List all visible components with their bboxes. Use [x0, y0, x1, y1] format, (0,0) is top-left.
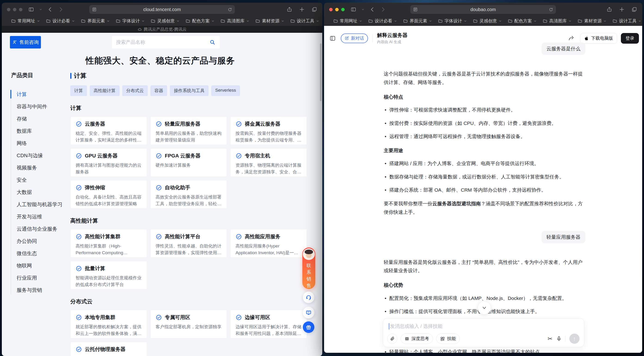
sidebar-item[interactable]: CDN与边缘 — [11, 149, 68, 162]
tab-title-strip[interactable]: 腾讯云产品总览-腾讯云 — [2, 26, 322, 33]
bookmark-folder[interactable]: 常用网址 — [11, 18, 40, 24]
bookmark-folder[interactable]: 灵感创意 — [473, 18, 502, 24]
minimize-window-button[interactable] — [13, 8, 16, 11]
deep-think-button[interactable]: 深度思考 — [400, 334, 433, 344]
window-controls[interactable] — [7, 8, 22, 11]
bookmark-folder[interactable]: 界面元素 — [81, 18, 110, 24]
sidebar-item[interactable]: 微信生态 — [11, 247, 68, 259]
forward-button[interactable] — [58, 7, 64, 12]
page-format-icon[interactable] — [413, 7, 418, 12]
address-bar[interactable]: doubao.com — [410, 5, 556, 14]
sidebar-item[interactable]: 计算 — [11, 88, 68, 100]
bookmark-folder[interactable]: 高清图库 — [220, 18, 249, 24]
customer-service-button[interactable] — [303, 292, 314, 303]
forward-button[interactable] — [380, 7, 386, 12]
product-card[interactable]: 裸金属云服务器按需购买、按量付费的物理服务器租赁服务，为您提供云端专用、安全隔离… — [230, 116, 307, 145]
search-icon[interactable] — [210, 39, 216, 45]
sidebar-item[interactable]: 开发与运维 — [11, 210, 68, 223]
bookmark-folder[interactable]: 界面元素 — [403, 18, 432, 24]
share-conversation-icon[interactable] — [568, 35, 574, 41]
bookmark-folder[interactable]: 配色方案 — [186, 18, 214, 24]
product-card[interactable]: 批量计算智能调动资源以处理任意规模作业的低成本分布式计算平台 — [70, 261, 147, 290]
minimize-window-button[interactable] — [335, 8, 339, 11]
product-card[interactable]: GPU 云服务器拥有高速计算与图形处理能力的云服务器 — [70, 148, 147, 177]
product-card[interactable]: FPGA 云服务器硬件加速计算服务 — [150, 148, 227, 177]
filter-chip[interactable]: Serverless — [211, 85, 240, 96]
new-chat-button[interactable]: 新对话 — [341, 33, 368, 43]
window-controls[interactable] — [329, 8, 345, 11]
bookmark-folder[interactable]: 设计必看 — [46, 18, 75, 24]
product-card[interactable]: 云托付物理服务器托付至云上的自有物理服务器，快速获取云上服... — [70, 342, 147, 356]
sidebar-item[interactable]: 办公协同 — [11, 235, 68, 247]
close-window-button[interactable] — [329, 8, 333, 11]
user-message-bubble[interactable]: 轻量应用服务器 — [542, 231, 585, 243]
sidebar-item[interactable]: 大数据 — [11, 186, 68, 198]
new-tab-icon[interactable] — [299, 7, 305, 12]
back-button[interactable] — [370, 7, 375, 12]
bookmark-folder[interactable]: 字体设计 — [438, 18, 467, 24]
scrollbar-thumb[interactable] — [320, 43, 322, 101]
new-tab-icon[interactable] — [619, 7, 624, 12]
product-search-input[interactable]: 搜索产品名称 — [112, 36, 220, 48]
page-format-icon[interactable] — [92, 7, 96, 12]
product-card[interactable]: 专属可用区客户指定部署机房，定制资源独享 — [150, 310, 227, 339]
product-card[interactable]: 弹性伸缩自动化、具备计划性、高效且高容错性的低成本计算资源管理策略 — [70, 180, 147, 209]
sidebar-toggle-icon[interactable] — [28, 7, 34, 12]
filter-chip[interactable]: 计算 — [70, 85, 87, 96]
sidebar-item[interactable]: 网络 — [11, 137, 68, 149]
login-button[interactable]: 登录 — [621, 33, 639, 44]
filter-chip[interactable]: 分布式云 — [122, 85, 148, 96]
sidebar-toggle-icon[interactable] — [351, 7, 356, 12]
sidebar-item[interactable]: 人工智能与机器学习 — [11, 198, 68, 210]
chat-sidebar-toggle-icon[interactable] — [330, 35, 336, 41]
bookmark-folder[interactable]: 设计工具 — [290, 18, 319, 24]
sidebar-item[interactable]: 安全 — [11, 174, 68, 186]
product-card[interactable]: 边缘可用区边缘可用区适用于解决计算、存储和服务可用性问题，基本消除延迟问题，在更… — [230, 310, 307, 339]
microphone-icon[interactable] — [556, 336, 562, 342]
reload-icon[interactable] — [228, 7, 232, 12]
share-icon[interactable] — [606, 7, 612, 12]
promotions-button[interactable] — [303, 321, 314, 333]
sidebar-item[interactable]: 云通信与企业服务 — [11, 223, 68, 235]
product-card[interactable]: 自动化助手高效安全的云服务器原生运维部署工具，助您管理业务应用，轻松完成运维部署… — [150, 180, 227, 209]
bookmark-folder[interactable]: 字体设计 — [116, 18, 144, 24]
share-icon[interactable] — [287, 7, 292, 12]
product-card[interactable]: 高性能应用服务高性能应用服务(Hyper Application Invento… — [230, 229, 307, 258]
skills-button[interactable]: 技能 — [436, 334, 460, 344]
chat-input-box[interactable]: 发消息或输入 / 选择技能 深度思考 技能 ✂ — [383, 318, 584, 347]
filter-chip[interactable]: 操作系统与工具 — [170, 85, 208, 96]
tab-group-chevron-icon[interactable] — [39, 7, 42, 12]
zoom-window-button[interactable] — [19, 8, 22, 11]
zoom-window-button[interactable] — [341, 8, 345, 11]
bookmark-folder[interactable]: 素材资源 — [578, 18, 606, 24]
product-card[interactable]: 云服务器稳定、安全、弹性、高性能的云端计算服务，实时满足您的多样性业务需求 — [70, 116, 147, 145]
bookmark-folder[interactable]: 设计必看 — [368, 18, 397, 24]
filter-chip[interactable]: 高性能计算 — [90, 85, 120, 96]
feedback-chat-button[interactable] — [303, 307, 314, 318]
bookmark-folder[interactable]: 灵感创意 — [151, 18, 180, 24]
product-card[interactable]: 本地专用集群就近部署的整机柜解决方案，提供和云上一致的软件服务体验，满足低延时本… — [70, 310, 147, 339]
product-card[interactable]: 专用宿主机资源独享、物理隔离的云端计算服务，满足您资源独享、安全、合规的需求 — [230, 148, 307, 177]
bookmark-folder[interactable]: 高清图库 — [543, 18, 572, 24]
sidebar-item[interactable]: 容器与中间件 — [11, 100, 68, 113]
attach-file-button[interactable] — [387, 334, 397, 344]
sidebar-item[interactable]: 服务与营销 — [11, 284, 68, 296]
bookmark-folder[interactable]: 素材资源 — [256, 18, 284, 24]
bookmark-folder[interactable]: 配色方案 — [508, 18, 536, 24]
screenshot-scissors-icon[interactable]: ✂ — [548, 336, 552, 342]
tab-overview-icon[interactable] — [312, 7, 317, 12]
reload-icon[interactable] — [549, 7, 553, 12]
product-card[interactable]: 轻量应用服务器简单易用的云服务器，助您快速构建并管理轻量级应用 — [150, 116, 227, 145]
scroll-to-bottom-button[interactable] — [478, 301, 491, 315]
bookmark-folder[interactable]: 常用网址 — [333, 18, 362, 24]
sidebar-item[interactable]: 视频服务 — [11, 162, 68, 174]
back-button[interactable] — [48, 7, 53, 12]
filter-chip[interactable]: 容器 — [150, 85, 167, 96]
product-card[interactable]: 高性能计算集群高性能计算集群（High-Performance Computin… — [70, 229, 147, 258]
download-desktop-button[interactable]: 下载电脑版 — [580, 33, 617, 44]
send-button[interactable]: ↑ — [569, 334, 580, 344]
user-message-bubble[interactable]: 云服务器是什么 — [542, 42, 585, 55]
sidebar-item[interactable]: 行业应用 — [11, 272, 68, 284]
sidebar-item[interactable]: 数据库 — [11, 125, 68, 137]
product-card[interactable]: 高性能计算平台弹性灵活、性能卓越、自助化的计算资源管理服务，实现弹性使用云上高性… — [150, 229, 227, 258]
